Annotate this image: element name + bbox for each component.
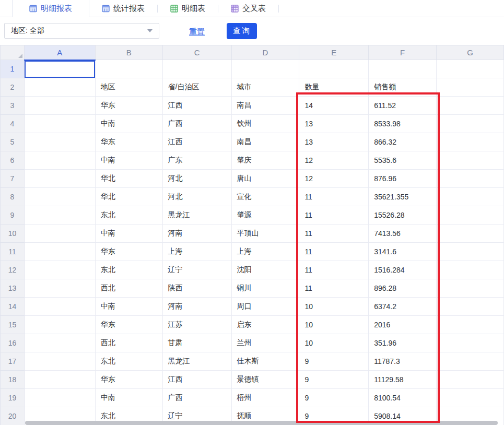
cell-D14[interactable]: 周口 xyxy=(231,298,299,316)
cell-F2[interactable]: 销售额 xyxy=(369,78,437,97)
row-header-6[interactable]: 6 xyxy=(1,151,25,170)
cell-F13[interactable]: 896.28 xyxy=(369,279,437,298)
cell-F3[interactable]: 611.52 xyxy=(369,97,437,115)
column-header-G[interactable]: G xyxy=(437,45,504,60)
cell-G18[interactable] xyxy=(437,371,504,389)
cell-F19[interactable]: 8100.54 xyxy=(369,389,437,407)
cell-F12[interactable]: 1516.284 xyxy=(369,261,437,279)
cell-G15[interactable] xyxy=(437,316,504,334)
cell-A6[interactable] xyxy=(24,151,95,170)
cell-B4[interactable]: 中南 xyxy=(95,115,162,133)
column-header-F[interactable]: F xyxy=(369,45,437,60)
cell-D10[interactable]: 平顶山 xyxy=(231,225,299,243)
cell-B5[interactable]: 华东 xyxy=(95,133,162,151)
cell-G16[interactable] xyxy=(437,334,504,352)
cell-F10[interactable]: 7413.56 xyxy=(369,225,437,243)
cell-C19[interactable]: 广西 xyxy=(162,389,231,407)
cell-C12[interactable]: 辽宁 xyxy=(162,261,231,279)
cell-F4[interactable]: 8533.98 xyxy=(369,115,437,133)
cell-C13[interactable]: 陕西 xyxy=(162,279,231,298)
cell-B10[interactable]: 中南 xyxy=(95,225,162,243)
cell-F1[interactable] xyxy=(369,60,437,78)
cell-C2[interactable]: 省/自治区 xyxy=(162,78,231,97)
cell-D9[interactable]: 肇源 xyxy=(231,206,299,225)
cell-B12[interactable]: 东北 xyxy=(95,261,162,279)
column-header-C[interactable]: C xyxy=(162,45,231,60)
cell-E12[interactable]: 11 xyxy=(299,261,369,279)
cell-B16[interactable]: 西北 xyxy=(95,334,162,352)
cell-C7[interactable]: 河北 xyxy=(162,170,231,188)
cell-G19[interactable] xyxy=(437,389,504,407)
cell-E19[interactable]: 9 xyxy=(299,389,369,407)
cell-C5[interactable]: 江西 xyxy=(162,133,231,151)
row-header-10[interactable]: 10 xyxy=(1,225,25,243)
row-header-19[interactable]: 19 xyxy=(1,389,25,407)
cell-C6[interactable]: 广东 xyxy=(162,151,231,170)
cell-F8[interactable]: 35621.355 xyxy=(369,188,437,206)
cell-C14[interactable]: 河南 xyxy=(162,298,231,316)
cell-B1[interactable] xyxy=(95,60,162,78)
cell-D18[interactable]: 景德镇 xyxy=(231,371,299,389)
row-header-1[interactable]: 1 xyxy=(1,60,25,78)
column-header-B[interactable]: B xyxy=(95,45,162,60)
query-button[interactable]: 查询 xyxy=(227,23,257,39)
cell-C1[interactable] xyxy=(162,60,231,78)
cell-B8[interactable]: 华北 xyxy=(95,188,162,206)
cell-F7[interactable]: 876.96 xyxy=(369,170,437,188)
cell-D5[interactable]: 南昌 xyxy=(231,133,299,151)
cell-D19[interactable]: 梧州 xyxy=(231,389,299,407)
row-header-12[interactable]: 12 xyxy=(1,261,25,279)
cell-G7[interactable] xyxy=(437,170,504,188)
row-header-4[interactable]: 4 xyxy=(1,115,25,133)
cell-F5[interactable]: 866.32 xyxy=(369,133,437,151)
row-header-14[interactable]: 14 xyxy=(1,298,25,316)
cell-B3[interactable]: 华东 xyxy=(95,97,162,115)
cell-E17[interactable]: 9 xyxy=(299,352,369,371)
cell-G1[interactable] xyxy=(437,60,504,78)
cell-E16[interactable]: 10 xyxy=(299,334,369,352)
row-header-2[interactable]: 2 xyxy=(1,78,25,97)
tab-detail-table[interactable]: 明细表 xyxy=(158,0,218,17)
row-header-15[interactable]: 15 xyxy=(1,316,25,334)
column-header-E[interactable]: E xyxy=(299,45,369,60)
horizontal-scrollbar[interactable] xyxy=(25,421,498,425)
row-header-13[interactable]: 13 xyxy=(1,279,25,298)
cell-A15[interactable] xyxy=(24,316,95,334)
row-header-5[interactable]: 5 xyxy=(1,133,25,151)
cell-E11[interactable]: 11 xyxy=(299,243,369,261)
cell-C17[interactable]: 黑龙江 xyxy=(162,352,231,371)
cell-A1[interactable] xyxy=(24,60,95,78)
cell-F15[interactable]: 2016 xyxy=(369,316,437,334)
cell-C8[interactable]: 河北 xyxy=(162,188,231,206)
cell-A4[interactable] xyxy=(24,115,95,133)
cell-G3[interactable] xyxy=(437,97,504,115)
cell-E6[interactable]: 12 xyxy=(299,151,369,170)
cell-A12[interactable] xyxy=(24,261,95,279)
cell-D4[interactable]: 钦州 xyxy=(231,115,299,133)
cell-D6[interactable]: 肇庆 xyxy=(231,151,299,170)
row-header-16[interactable]: 16 xyxy=(1,334,25,352)
cell-B6[interactable]: 中南 xyxy=(95,151,162,170)
column-header-A[interactable]: A xyxy=(24,45,95,60)
cell-E5[interactable]: 13 xyxy=(299,133,369,151)
tab-statistic-report[interactable]: 统计报表 xyxy=(89,0,157,17)
cell-A18[interactable] xyxy=(24,371,95,389)
cell-G8[interactable] xyxy=(437,188,504,206)
cell-C10[interactable]: 河南 xyxy=(162,225,231,243)
row-header-11[interactable]: 11 xyxy=(1,243,25,261)
cell-A8[interactable] xyxy=(24,188,95,206)
cell-D15[interactable]: 启东 xyxy=(231,316,299,334)
cell-C11[interactable]: 上海 xyxy=(162,243,231,261)
cell-B17[interactable]: 东北 xyxy=(95,352,162,371)
cell-F11[interactable]: 3141.6 xyxy=(369,243,437,261)
cell-E15[interactable]: 10 xyxy=(299,316,369,334)
cell-G4[interactable] xyxy=(437,115,504,133)
cell-G13[interactable] xyxy=(437,279,504,298)
cell-F6[interactable]: 5535.6 xyxy=(369,151,437,170)
cell-C9[interactable]: 黑龙江 xyxy=(162,206,231,225)
cell-E14[interactable]: 10 xyxy=(299,298,369,316)
cell-G17[interactable] xyxy=(437,352,504,371)
cell-B13[interactable]: 西北 xyxy=(95,279,162,298)
cell-E2[interactable]: 数量 xyxy=(299,78,369,97)
cell-B19[interactable]: 中南 xyxy=(95,389,162,407)
